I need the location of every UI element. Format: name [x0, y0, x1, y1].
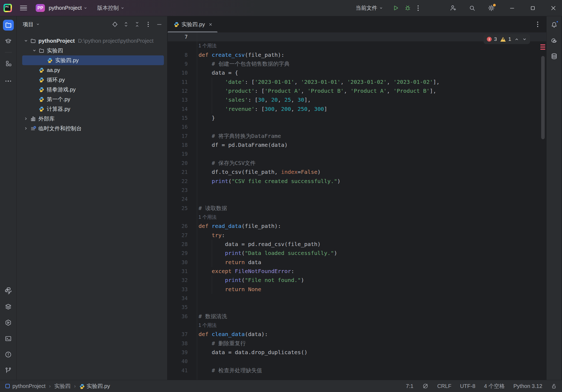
- code-line-10[interactable]: 10 data = {: [168, 68, 546, 77]
- ai-assistant-button[interactable]: [550, 37, 558, 44]
- tree-item-计算器.py[interactable]: 计算器.py: [17, 104, 167, 114]
- tree-item-第一个.py[interactable]: 第一个.py: [17, 94, 167, 104]
- code-editor[interactable]: 71 个用法8def create_csv(file_path):9 # 创建一…: [168, 32, 546, 380]
- line-number[interactable]: 30: [168, 258, 197, 267]
- project-tool-button[interactable]: [3, 20, 14, 31]
- usages-hint[interactable]: 1 个用法: [197, 41, 217, 50]
- error-stripe-mark[interactable]: [540, 44, 545, 45]
- code-line-31[interactable]: 31 except FileNotFoundError:: [168, 267, 546, 276]
- line-number[interactable]: 16: [168, 122, 197, 131]
- line-number[interactable]: [168, 321, 197, 330]
- tab-shiyansi-py[interactable]: 实验四.py: [168, 16, 217, 32]
- project-panel-title[interactable]: 项目: [23, 21, 40, 28]
- run-button[interactable]: [392, 5, 399, 11]
- run-services-button[interactable]: [3, 317, 14, 328]
- main-menu-button[interactable]: [20, 4, 27, 12]
- line-number[interactable]: 8: [168, 51, 197, 59]
- database-button[interactable]: [550, 52, 558, 60]
- code-line-9[interactable]: 9 # 创建一个包含销售数据的字典: [168, 59, 546, 68]
- code-line-28[interactable]: 28 data = pd.read_csv(file_path): [168, 240, 546, 249]
- line-number[interactable]: 39: [168, 348, 197, 357]
- inspections-widget[interactable]: 3 1: [484, 34, 530, 44]
- line-number[interactable]: 37: [168, 330, 197, 339]
- code-line-39[interactable]: 39 data = data.drop_duplicates(): [168, 348, 546, 357]
- code-line-40[interactable]: 40: [168, 357, 546, 366]
- line-number[interactable]: 29: [168, 249, 197, 258]
- code-line-11[interactable]: 11 'date': ['2023-01-01', '2023-01-01', …: [168, 78, 546, 87]
- line-number[interactable]: 41: [168, 366, 197, 375]
- caret-position[interactable]: 7:1: [406, 383, 414, 389]
- tree-item-循环.py[interactable]: 循环.py: [17, 75, 167, 85]
- line-number[interactable]: 24: [168, 195, 197, 204]
- breadcrumb-file[interactable]: 实验四.py: [79, 383, 110, 390]
- code-line-21[interactable]: 21 df.to_csv(file_path, index=False): [168, 168, 546, 177]
- line-number[interactable]: 23: [168, 186, 197, 195]
- code-line-30[interactable]: 30 return data: [168, 258, 546, 267]
- code-line-12[interactable]: 12 'product': ['Product A', 'Product B',…: [168, 87, 546, 95]
- usages-hint[interactable]: 1 个用法: [197, 213, 217, 222]
- editor-options-button[interactable]: [536, 21, 539, 28]
- line-number[interactable]: 35: [168, 303, 197, 312]
- line-number[interactable]: 12: [168, 87, 197, 95]
- line-number[interactable]: 10: [168, 68, 197, 77]
- usages-hint-row[interactable]: 1 个用法: [168, 213, 546, 222]
- usages-hint[interactable]: 1 个用法: [197, 321, 217, 330]
- line-number[interactable]: 17: [168, 132, 197, 141]
- interpreter-selector[interactable]: Python 3.12: [513, 383, 542, 389]
- line-number[interactable]: 31: [168, 267, 197, 276]
- expand-all-button[interactable]: [123, 21, 130, 28]
- tree-item-临时文件和控制台[interactable]: 临时文件和控制台: [17, 124, 167, 133]
- code-line-25[interactable]: 25# 读取数据: [168, 204, 546, 213]
- line-number[interactable]: 34: [168, 294, 197, 303]
- line-number[interactable]: 18: [168, 141, 197, 150]
- problems-button[interactable]: [3, 349, 14, 360]
- line-number[interactable]: 38: [168, 339, 197, 348]
- code-line-38[interactable]: 38 # 删除重复行: [168, 339, 546, 348]
- panel-options-button[interactable]: [145, 21, 152, 28]
- code-line-27[interactable]: 27 try:: [168, 231, 546, 240]
- debug-button[interactable]: [404, 5, 411, 11]
- code-line-20[interactable]: 20 # 保存为CSV文件: [168, 159, 546, 168]
- tree-item-aa.py[interactable]: aa.py: [17, 65, 167, 75]
- code-line-14[interactable]: 14 'revenue': [300, 200, 250, 300]: [168, 105, 546, 114]
- tree-item-实验四[interactable]: 实验四: [17, 46, 167, 55]
- line-number[interactable]: 33: [168, 285, 197, 294]
- hide-panel-button[interactable]: [156, 21, 163, 28]
- usages-hint-row[interactable]: 1 个用法: [168, 321, 546, 330]
- line-number[interactable]: 40: [168, 357, 197, 366]
- project-widget[interactable]: pythonProject: [49, 5, 87, 11]
- structure-tool-button[interactable]: [3, 58, 14, 69]
- more-actions-button[interactable]: [416, 4, 420, 12]
- chevron-right-icon[interactable]: [24, 126, 28, 131]
- project-chip[interactable]: PP: [36, 4, 45, 12]
- code-line-16[interactable]: 16: [168, 122, 546, 131]
- code-line-19[interactable]: 19: [168, 150, 546, 158]
- code-line-24[interactable]: 24: [168, 195, 546, 204]
- version-control-button[interactable]: [3, 365, 14, 376]
- services-stack-button[interactable]: [3, 301, 14, 312]
- collapse-all-button[interactable]: [134, 21, 141, 28]
- line-ending-selector[interactable]: CRLF: [437, 383, 451, 389]
- code-line-36[interactable]: 36# 数据清洗: [168, 312, 546, 321]
- code-line-33[interactable]: 33 return None: [168, 285, 546, 294]
- tree-item-猜拳游戏.py[interactable]: 猜拳游戏.py: [17, 85, 167, 94]
- line-number[interactable]: 15: [168, 114, 197, 122]
- close-window-button[interactable]: [550, 5, 557, 11]
- code-line-17[interactable]: 17 # 将字典转换为DataFrame: [168, 132, 546, 141]
- tree-item-外部库[interactable]: 外部库: [17, 114, 167, 124]
- more-tool-windows-button[interactable]: [3, 76, 14, 87]
- code-line-29[interactable]: 29 print("Data loaded successfully."): [168, 249, 546, 258]
- error-stripe-mark[interactable]: [540, 46, 545, 48]
- chevron-down-icon[interactable]: [24, 39, 28, 43]
- line-number[interactable]: 19: [168, 150, 197, 158]
- encoding-selector[interactable]: UTF-8: [460, 383, 475, 389]
- close-tab-icon[interactable]: [209, 22, 213, 26]
- locate-file-button[interactable]: [111, 21, 118, 28]
- line-number[interactable]: 32: [168, 276, 197, 285]
- line-number[interactable]: 20: [168, 159, 197, 168]
- line-number[interactable]: [168, 213, 197, 222]
- run-configuration-selector[interactable]: 当前文件: [356, 4, 383, 12]
- code-line-15[interactable]: 15 }: [168, 114, 546, 122]
- line-number[interactable]: 9: [168, 59, 197, 68]
- notifications-button[interactable]: [550, 21, 558, 29]
